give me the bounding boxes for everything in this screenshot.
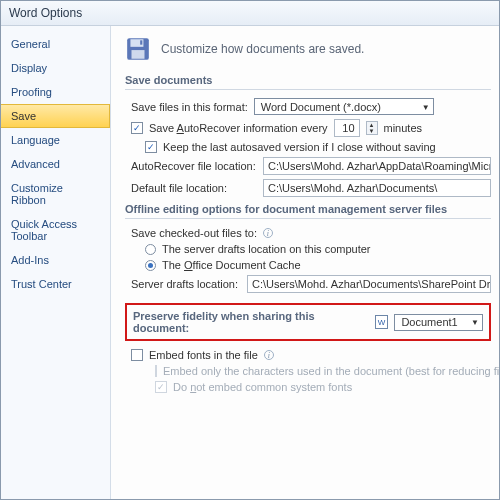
chevron-down-icon: ▼ [422, 102, 430, 111]
svg-rect-3 [140, 40, 142, 44]
sidebar-item-advanced[interactable]: Advanced [1, 152, 110, 176]
autorecover-location-input[interactable]: C:\Users\Mohd. Azhar\AppData\Roaming\Mic… [263, 157, 491, 175]
info-icon[interactable]: i [263, 228, 273, 238]
word-options-window: Word Options General Display Proofing Sa… [0, 0, 500, 500]
sidebar-item-add-ins[interactable]: Add-Ins [1, 248, 110, 272]
embed-fonts-checkbox[interactable] [131, 349, 143, 361]
row-embed-chars: Embed only the characters used in the do… [155, 365, 491, 377]
sidebar-item-general[interactable]: General [1, 32, 110, 56]
default-location-label: Default file location: [131, 182, 257, 194]
autorecover-minutes-input[interactable]: 10 [334, 119, 360, 137]
page-header: Customize how documents are saved. [125, 36, 491, 62]
server-drafts-label: Server drafts location: [131, 278, 241, 290]
row-checkout-label: Save checked-out files to: i [131, 227, 491, 239]
autorecover-label: Save AutoRecover information every [149, 122, 328, 134]
sidebar-item-quick-access-toolbar[interactable]: Quick Access Toolbar [1, 212, 110, 248]
row-opt-cache: The Office Document Cache [145, 259, 491, 271]
autorecover-suffix: minutes [384, 122, 423, 134]
radio-dot-icon [148, 263, 153, 268]
embed-fonts-label: Embed fonts in the file [149, 349, 258, 361]
file-format-select[interactable]: Word Document (*.docx) ▼ [254, 98, 434, 115]
titlebar: Word Options [1, 1, 499, 26]
fidelity-document-select[interactable]: Document1 ▼ [394, 314, 483, 331]
row-autorecover: ✓ Save AutoRecover information every 10 … [131, 119, 491, 137]
default-location-input[interactable]: C:\Users\Mohd. Azhar\Documents\ [263, 179, 491, 197]
info-icon[interactable]: i [264, 350, 274, 360]
autorecover-spinner[interactable]: ▲▼ [366, 121, 378, 135]
save-disk-icon [125, 36, 151, 62]
fidelity-highlight: Preserve fidelity when sharing this docu… [125, 303, 491, 341]
row-keep-last: ✓ Keep the last autosaved version if I c… [145, 141, 491, 153]
row-embed-common: ✓ Do not embed common system fonts [155, 381, 491, 393]
svg-rect-2 [132, 50, 145, 59]
section-offline: Offline editing options for document man… [125, 203, 491, 219]
sidebar-item-proofing[interactable]: Proofing [1, 80, 110, 104]
page-title: Customize how documents are saved. [161, 42, 364, 56]
autorecover-checkbox[interactable]: ✓ [131, 122, 143, 134]
embed-common-label: Do not embed common system fonts [173, 381, 352, 393]
row-file-format: Save files in this format: Word Document… [131, 98, 491, 115]
row-embed-fonts: Embed fonts in the file i [131, 349, 491, 361]
radio-server-drafts-label: The server drafts location on this compu… [162, 243, 370, 255]
sidebar-item-language[interactable]: Language [1, 128, 110, 152]
window-title: Word Options [9, 6, 82, 20]
checkout-label: Save checked-out files to: [131, 227, 257, 239]
sidebar-item-trust-center[interactable]: Trust Center [1, 272, 110, 296]
content-pane: Customize how documents are saved. Save … [111, 26, 499, 499]
row-default-location: Default file location: C:\Users\Mohd. Az… [131, 179, 491, 197]
fidelity-document-value: Document1 [401, 316, 457, 328]
radio-office-cache[interactable] [145, 260, 156, 271]
embed-chars-checkbox [155, 365, 157, 377]
keep-last-checkbox[interactable]: ✓ [145, 141, 157, 153]
server-drafts-input[interactable]: C:\Users\Mohd. Azhar\Documents\SharePoin… [247, 275, 491, 293]
row-server-drafts-location: Server drafts location: C:\Users\Mohd. A… [131, 275, 491, 293]
document-icon: W [375, 315, 389, 329]
row-autorecover-location: AutoRecover file location: C:\Users\Mohd… [131, 157, 491, 175]
spinner-down-icon: ▼ [367, 128, 377, 134]
fidelity-title: Preserve fidelity when sharing this docu… [133, 310, 369, 334]
sidebar-item-customize-ribbon[interactable]: Customize Ribbon [1, 176, 110, 212]
keep-last-label: Keep the last autosaved version if I clo… [163, 141, 436, 153]
radio-office-cache-label: The Office Document Cache [162, 259, 301, 271]
radio-server-drafts[interactable] [145, 244, 156, 255]
chevron-down-icon: ▼ [471, 318, 479, 327]
window-body: General Display Proofing Save Language A… [1, 26, 499, 499]
autorecover-location-label: AutoRecover file location: [131, 160, 257, 172]
file-format-value: Word Document (*.docx) [261, 101, 381, 113]
section-save-documents: Save documents [125, 74, 491, 90]
embed-chars-label: Embed only the characters used in the do… [163, 365, 499, 377]
sidebar: General Display Proofing Save Language A… [1, 26, 111, 499]
embed-common-checkbox: ✓ [155, 381, 167, 393]
sidebar-item-display[interactable]: Display [1, 56, 110, 80]
sidebar-item-save[interactable]: Save [1, 104, 110, 128]
file-format-label: Save files in this format: [131, 101, 248, 113]
row-opt-server: The server drafts location on this compu… [145, 243, 491, 255]
